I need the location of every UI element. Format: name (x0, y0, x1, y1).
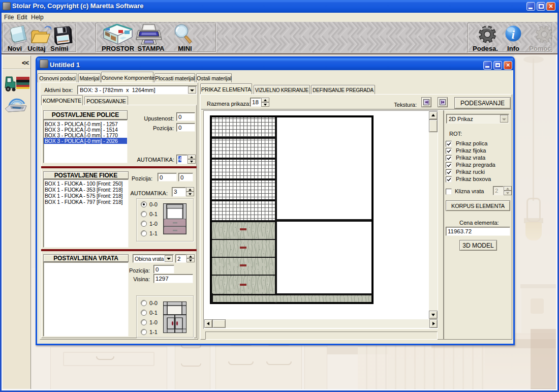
svg-text:i: i (512, 28, 515, 41)
